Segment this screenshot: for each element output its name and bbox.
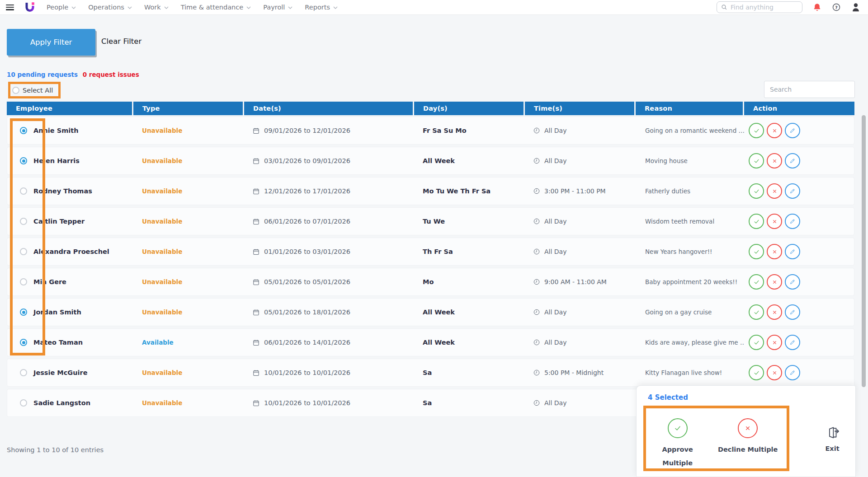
times-text: All Day xyxy=(544,248,566,255)
calendar-icon xyxy=(252,309,260,316)
row-select-radio[interactable] xyxy=(20,157,27,164)
clock-icon xyxy=(533,157,540,164)
approve-button[interactable] xyxy=(749,183,764,199)
nav-reports[interactable]: Reports xyxy=(305,4,338,11)
approve-button[interactable] xyxy=(749,365,764,380)
employee-name: Alexandra Proeschel xyxy=(33,248,109,255)
edit-button[interactable] xyxy=(785,244,800,259)
row-select-radio[interactable] xyxy=(20,187,27,195)
user-avatar[interactable] xyxy=(851,2,861,13)
edit-button[interactable] xyxy=(785,214,800,229)
edit-button[interactable] xyxy=(785,153,800,168)
approve-button[interactable] xyxy=(749,335,764,350)
nav-operations[interactable]: Operations xyxy=(88,4,132,11)
dates-text: 09/01/2026 to 12/01/2026 xyxy=(264,127,350,134)
days-text: Sa xyxy=(423,399,432,407)
edit-button[interactable] xyxy=(785,365,800,380)
clock-icon xyxy=(533,399,540,407)
reason-text: Going on a romantic weekend … xyxy=(645,127,745,134)
clock-icon xyxy=(533,369,540,376)
decline-multiple-button[interactable]: Decline Multiple xyxy=(718,418,778,456)
row-select-radio[interactable] xyxy=(20,248,27,255)
apply-filter-button[interactable]: Apply Filter xyxy=(7,29,95,56)
nav-people[interactable]: People xyxy=(47,4,76,11)
days-text: Sa xyxy=(423,369,432,376)
dates-text: 01/01/2026 to 03/01/2026 xyxy=(264,248,350,255)
row-select-radio[interactable] xyxy=(20,399,27,407)
row-select-radio[interactable] xyxy=(20,309,27,316)
clear-filter-button[interactable]: Clear Filter xyxy=(101,37,142,46)
column-header-days[interactable]: Day(s) xyxy=(414,102,525,115)
approve-button[interactable] xyxy=(749,274,764,290)
employee-name: Mia Gere xyxy=(33,278,66,285)
approve-button[interactable] xyxy=(749,153,764,168)
edit-button[interactable] xyxy=(785,304,800,320)
edit-button[interactable] xyxy=(785,123,800,138)
times-text: 3:00 PM - 11:00 PM xyxy=(544,187,606,195)
column-header-times[interactable]: Time(s) xyxy=(525,102,636,115)
decline-button[interactable] xyxy=(767,153,782,168)
clock-icon xyxy=(533,127,540,134)
times-text: 5:00 PM - Midnight xyxy=(544,369,604,376)
table-row: Mia GereUnavailable05/01/2026 to 05/01/2… xyxy=(7,268,854,296)
edit-button[interactable] xyxy=(785,183,800,199)
decline-button[interactable] xyxy=(767,183,782,199)
row-select-radio[interactable] xyxy=(20,218,27,225)
days-text: All Week xyxy=(423,157,455,164)
decline-button[interactable] xyxy=(767,244,782,259)
type-label: Unavailable xyxy=(142,218,182,225)
column-header-employee[interactable]: Employee xyxy=(7,102,133,115)
bulk-actions-highlight: Approve Multiple Decline Multiple xyxy=(643,406,789,471)
table-row: Mateo TamanAvailable06/01/2026 to 14/01/… xyxy=(7,328,854,356)
select-all-label: Select All xyxy=(23,87,53,94)
exit-button[interactable]: Exit xyxy=(825,426,840,452)
clock-icon xyxy=(533,339,540,346)
nav-time-attendance[interactable]: Time & attendance xyxy=(181,4,251,11)
clock-icon xyxy=(533,309,540,316)
row-select-radio[interactable] xyxy=(20,278,27,285)
approve-button[interactable] xyxy=(749,123,764,138)
decline-button[interactable] xyxy=(767,365,782,380)
approve-button[interactable] xyxy=(749,244,764,259)
select-all-radio[interactable] xyxy=(12,87,19,94)
edit-button[interactable] xyxy=(785,335,800,350)
chevron-down-icon xyxy=(246,6,251,9)
vertical-scrollbar[interactable] xyxy=(862,115,866,387)
type-label: Unavailable xyxy=(142,248,182,255)
employee-name: Rodney Thomas xyxy=(33,187,92,195)
column-header-reason[interactable]: Reason xyxy=(636,102,744,115)
column-header-action[interactable]: Action xyxy=(744,102,854,115)
approve-button[interactable] xyxy=(749,214,764,229)
decline-button[interactable] xyxy=(767,304,782,320)
approve-button[interactable] xyxy=(749,304,764,320)
nav-payroll[interactable]: Payroll xyxy=(263,4,292,11)
table-row: Caitlin TepperUnavailable06/01/2026 to 0… xyxy=(7,207,854,235)
row-select-radio[interactable] xyxy=(20,127,27,134)
table-search-input[interactable] xyxy=(764,81,855,98)
decline-button[interactable] xyxy=(767,335,782,350)
global-search-input[interactable] xyxy=(731,4,798,11)
dates-text: 10/01/2026 to 10/01/2026 xyxy=(264,399,350,407)
main-nav: People Operations Work Time & attendance… xyxy=(47,4,338,11)
row-select-radio[interactable] xyxy=(20,369,27,376)
hamburger-menu-icon[interactable] xyxy=(6,5,14,10)
svg-text:?: ? xyxy=(835,5,838,10)
column-header-type[interactable]: Type xyxy=(133,102,244,115)
dates-text: 05/01/2026 to 18/01/2026 xyxy=(264,309,350,316)
calendar-icon xyxy=(252,248,260,256)
table-row: Jessie McGuireUnavailable10/01/2026 to 1… xyxy=(7,359,854,387)
edit-button[interactable] xyxy=(785,274,800,290)
selected-count: 4 Selected xyxy=(648,393,688,402)
search-icon xyxy=(721,4,727,11)
help-icon[interactable]: ? xyxy=(832,3,841,12)
decline-button[interactable] xyxy=(767,123,782,138)
notifications-bell-icon[interactable] xyxy=(812,2,822,12)
nav-work[interactable]: Work xyxy=(144,4,169,11)
column-header-dates[interactable]: Date(s) xyxy=(244,102,414,115)
decline-button[interactable] xyxy=(767,214,782,229)
calendar-icon xyxy=(252,339,260,346)
approve-multiple-button[interactable]: Approve Multiple xyxy=(655,418,700,470)
reason-text: Kids are away, please give me … xyxy=(645,339,745,346)
decline-button[interactable] xyxy=(767,274,782,290)
row-select-radio[interactable] xyxy=(20,339,27,346)
